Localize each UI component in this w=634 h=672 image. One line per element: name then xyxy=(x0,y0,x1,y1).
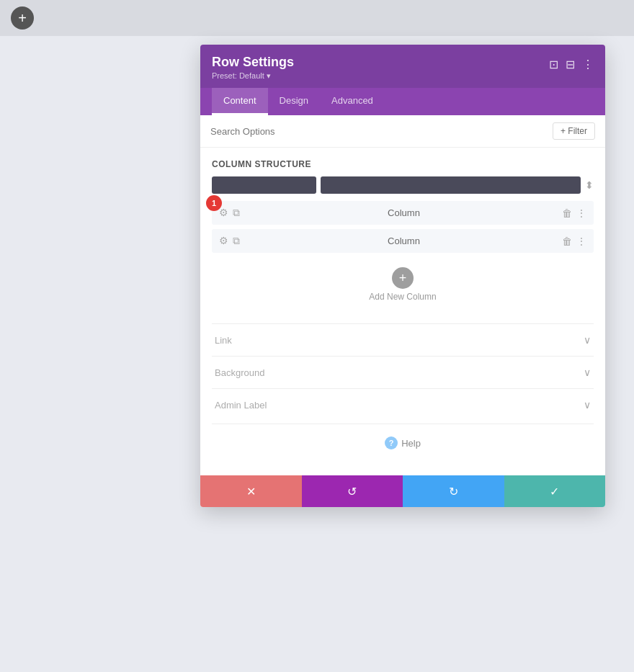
tab-content[interactable]: Content xyxy=(212,88,268,115)
modal-header-icons: ⊡ ⊟ ⋮ xyxy=(549,58,594,71)
settings-icon-2[interactable]: ⚙ xyxy=(219,235,228,247)
help-section: ? Help xyxy=(212,424,594,461)
column-structure-wrapper: ⬍ xyxy=(212,176,594,194)
copy-icon-2[interactable]: ⧉ xyxy=(233,235,240,247)
reset-button[interactable]: ↺ xyxy=(302,475,403,507)
col-icons-left-1: ⚙ ⧉ xyxy=(219,207,240,219)
admin-label-accordion-header[interactable]: Admin Label ∨ xyxy=(212,399,594,411)
add-new-column[interactable]: + Add New Column xyxy=(212,257,594,312)
search-bar: + Filter xyxy=(200,115,605,148)
link-section: Link ∨ xyxy=(212,323,594,356)
more-icon-1[interactable]: ⋮ xyxy=(576,207,586,219)
col-label-1: Column xyxy=(246,207,562,218)
layout-icon[interactable]: ⊟ xyxy=(566,58,575,71)
background-section: Background ∨ xyxy=(212,356,594,388)
col-icons-right-2: 🗑 ⋮ xyxy=(562,236,586,247)
col-label-2: Column xyxy=(246,236,562,246)
background-accordion-header[interactable]: Background ∨ xyxy=(212,367,594,378)
modal-header: Row Settings Preset: Default ▾ ⊡ ⊟ ⋮ xyxy=(200,45,605,88)
modal-preset[interactable]: Preset: Default ▾ xyxy=(212,71,294,81)
filter-button[interactable]: + Filter xyxy=(553,122,595,140)
background-title: Background xyxy=(215,367,264,378)
redo-button[interactable]: ↻ xyxy=(403,475,504,507)
delete-icon-2[interactable]: 🗑 xyxy=(562,236,572,247)
top-bar: + xyxy=(0,0,634,36)
add-icon: + xyxy=(18,10,27,27)
modal-title-block: Row Settings Preset: Default ▾ xyxy=(212,55,294,81)
fullscreen-icon[interactable]: ⊡ xyxy=(549,58,558,71)
column-item-2: ⚙ ⧉ Column 🗑 ⋮ xyxy=(212,229,594,253)
background-chevron-icon: ∨ xyxy=(584,367,591,378)
admin-label-title: Admin Label xyxy=(215,400,267,411)
save-icon: ✓ xyxy=(550,485,559,498)
admin-label-section: Admin Label ∨ xyxy=(212,388,594,421)
more-icon-2[interactable]: ⋮ xyxy=(576,236,586,247)
add-column-icon: + xyxy=(392,267,414,289)
tab-design[interactable]: Design xyxy=(268,88,320,115)
search-input[interactable] xyxy=(210,126,553,137)
col-bar-long[interactable] xyxy=(321,176,581,194)
reset-icon: ↺ xyxy=(347,485,357,498)
modal: Row Settings Preset: Default ▾ ⊡ ⊟ ⋮ Con… xyxy=(200,45,605,507)
column-item-1: 1 ⚙ ⧉ Column 🗑 ⋮ xyxy=(212,201,594,225)
delete-icon-1[interactable]: 🗑 xyxy=(562,207,572,219)
modal-content: Column Structure ⬍ 1 xyxy=(200,148,605,475)
tab-advanced[interactable]: Advanced xyxy=(320,88,385,115)
col-icons-left-2: ⚙ ⧉ xyxy=(219,235,240,247)
add-button[interactable]: + xyxy=(11,6,34,30)
help-label: Help xyxy=(401,438,421,449)
more-options-icon[interactable]: ⋮ xyxy=(582,58,594,71)
modal-tabs: Content Design Advanced xyxy=(200,88,605,115)
link-chevron-icon: ∨ xyxy=(584,334,591,346)
column-structure-label: Column Structure xyxy=(212,159,594,169)
modal-footer: ✕ ↺ ↻ ✓ xyxy=(200,475,605,507)
col-icons-right-1: 🗑 ⋮ xyxy=(562,207,586,219)
settings-icon-1[interactable]: ⚙ xyxy=(219,207,228,219)
col-select-icon[interactable]: ⬍ xyxy=(585,179,594,191)
link-title: Link xyxy=(215,335,232,346)
column-structure-section: Column Structure ⬍ 1 xyxy=(212,159,594,312)
modal-title: Row Settings xyxy=(212,55,294,70)
add-column-label: Add New Column xyxy=(369,292,436,302)
cancel-button[interactable]: ✕ xyxy=(200,475,302,507)
column-structure-row: ⬍ xyxy=(212,176,594,194)
help-icon: ? xyxy=(385,436,398,449)
copy-icon-1[interactable]: ⧉ xyxy=(233,207,240,219)
help-link[interactable]: ? Help xyxy=(385,436,421,449)
column-item-1-wrapper: 1 ⚙ ⧉ Column 🗑 ⋮ xyxy=(212,201,594,225)
save-button[interactable]: ✓ xyxy=(504,475,606,507)
cancel-icon: ✕ xyxy=(246,485,256,498)
col-bar-short[interactable] xyxy=(212,176,316,194)
link-accordion-header[interactable]: Link ∨ xyxy=(212,334,594,346)
redo-icon: ↻ xyxy=(449,485,458,498)
column-badge-1: 1 xyxy=(206,195,222,211)
admin-label-chevron-icon: ∨ xyxy=(584,399,591,411)
